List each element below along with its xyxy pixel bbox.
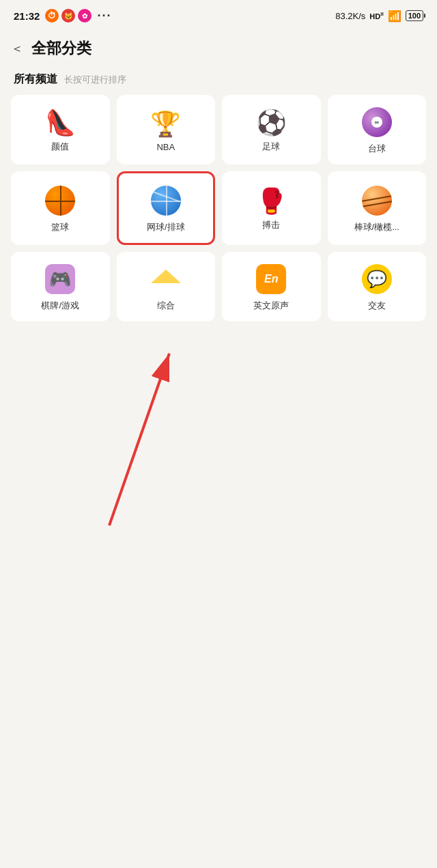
grid-item-nba[interactable]: 🏆NBA	[117, 95, 216, 164]
status-app-icons: ⏱ 🐱 ✿	[45, 9, 91, 23]
section-title: 所有频道	[14, 72, 57, 87]
section-header: 所有频道 长按可进行排序	[0, 67, 437, 95]
lanqiu-label: 篮球	[51, 221, 69, 233]
taiqi-icon: ∞	[362, 107, 392, 137]
grid-item-jiaoyou[interactable]: 💬交友	[328, 252, 427, 321]
battery-level: 100	[408, 12, 421, 20]
nba-icon: 🏆	[150, 111, 181, 136]
category-grid: 👠颜值🏆NBA⚽足球∞台球篮球网球/排球🥊搏击棒球/橄榄...🎮棋牌/游戏综合E…	[0, 95, 437, 321]
boji-icon: 🥊	[256, 188, 287, 214]
status-bar: 21:32 ⏱ 🐱 ✿ ··· 83.2K/s HDil 📶 100	[0, 0, 437, 30]
grid-item-taiqi[interactable]: ∞台球	[328, 95, 427, 164]
svg-line-1	[109, 353, 169, 525]
yingwen-icon: En	[256, 264, 286, 294]
section-hint: 长按可进行排序	[64, 74, 126, 86]
network-speed: 83.2K/s	[335, 11, 365, 21]
grid-item-yanzi[interactable]: 👠颜值	[11, 95, 110, 164]
network-type: HDil	[369, 11, 383, 20]
qipai-label: 棋牌/游戏	[41, 300, 79, 312]
zuqiu-icon: ⚽	[256, 109, 287, 135]
bangqiu-icon	[362, 186, 392, 216]
nba-label: NBA	[156, 142, 175, 152]
app1-icon: ⏱	[45, 9, 59, 23]
status-time: 21:32	[14, 10, 40, 22]
zuqiu-label: 足球	[262, 141, 280, 153]
wangqiu-label: 网球/排球	[147, 221, 185, 233]
back-button[interactable]: ＜	[11, 40, 23, 57]
grid-item-zonghe[interactable]: 综合	[117, 252, 216, 321]
grid-item-yingwen[interactable]: En英文原声	[222, 252, 321, 321]
yanzi-icon: 👠	[45, 109, 76, 135]
status-left: 21:32 ⏱ 🐱 ✿ ···	[14, 9, 111, 23]
bangqiu-label: 棒球/橄榄...	[354, 221, 399, 233]
zonghe-icon	[151, 264, 181, 294]
zonghe-label: 综合	[157, 300, 175, 312]
grid-item-lanqiu[interactable]: 篮球	[11, 171, 110, 245]
wifi-icon: 📶	[388, 10, 401, 23]
app2-icon: 🐱	[61, 9, 75, 23]
grid-item-wangqiu[interactable]: 网球/排球	[117, 171, 216, 245]
taiqi-label: 台球	[368, 143, 386, 155]
jiaoyou-icon: 💬	[362, 264, 392, 294]
app3-icon: ✿	[78, 9, 91, 23]
yanzi-label: 颜值	[51, 141, 69, 153]
boji-label: 搏击	[262, 219, 280, 231]
grid-item-boji[interactable]: 🥊搏击	[222, 171, 321, 245]
grid-item-qipai[interactable]: 🎮棋牌/游戏	[11, 252, 110, 321]
jiaoyou-label: 交友	[368, 300, 386, 312]
qipai-icon: 🎮	[45, 264, 75, 294]
lanqiu-icon	[45, 186, 75, 216]
battery-indicator: 100	[406, 10, 423, 21]
yingwen-label: 英文原声	[253, 300, 289, 312]
grid-item-zuqiu[interactable]: ⚽足球	[222, 95, 321, 164]
page-header: ＜ 全部分类	[0, 30, 437, 67]
page-title: 全部分类	[31, 38, 91, 59]
grid-item-bangqiu[interactable]: 棒球/橄榄...	[328, 171, 427, 245]
status-right: 83.2K/s HDil 📶 100	[335, 10, 423, 23]
wangqiu-icon	[151, 186, 181, 216]
status-dots: ···	[97, 9, 111, 23]
